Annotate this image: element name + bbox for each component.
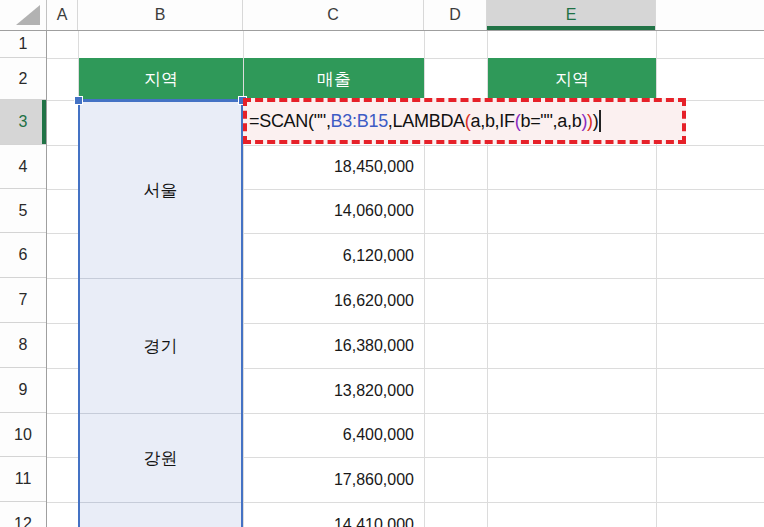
row-header-6[interactable]: 6: [0, 233, 46, 278]
cell-sales[interactable]: 14,060,000: [243, 189, 424, 233]
cell-sales[interactable]: 6,400,000: [243, 413, 424, 457]
row-header-3-label: 3: [19, 113, 28, 131]
column-header-d[interactable]: D: [424, 0, 487, 30]
cell-b2-region-header[interactable]: 지역: [79, 58, 243, 100]
select-all-triangle-icon: [16, 5, 40, 25]
formula-token: ): [593, 111, 599, 132]
select-all-corner[interactable]: [0, 0, 47, 30]
row-header-8[interactable]: 8: [0, 323, 46, 368]
column-header-e-label: E: [566, 6, 577, 24]
row-header-7[interactable]: 7: [0, 278, 46, 323]
row-header-1[interactable]: 1: [0, 31, 46, 58]
cell-region-seoul[interactable]: 서울: [80, 102, 241, 278]
cell-c2-sales-header[interactable]: 매출: [244, 58, 424, 100]
formula-token: b="",a,b: [520, 111, 581, 132]
formula-edit-cell[interactable]: =SCAN("",B3:B15,LAMBDA(a,b,IF(b="",a,b))…: [243, 98, 686, 144]
merged-cell-divider: [80, 502, 241, 503]
row-header-9[interactable]: 9: [0, 368, 46, 413]
active-column-indicator: [487, 26, 655, 30]
cell-region-gangwon[interactable]: 강원: [80, 414, 241, 502]
row-header-4[interactable]: 4: [0, 145, 46, 189]
row-header-band: 1 2 3 4 5 6 7 8 9 10 11 12: [0, 31, 47, 527]
row-header-12[interactable]: 12: [0, 502, 46, 527]
column-header-e[interactable]: E: [487, 0, 656, 30]
formula-token: a,b,IF: [471, 111, 515, 132]
active-row-indicator: [42, 100, 46, 144]
cell-sales[interactable]: 18,450,000: [243, 145, 424, 189]
column-header-c[interactable]: C: [243, 0, 424, 30]
column-header-a[interactable]: A: [47, 0, 78, 30]
formula-token: ,LAMBDA: [388, 111, 465, 132]
formula-token-range-ref: B3:B15: [331, 111, 388, 132]
cell-sales[interactable]: 14,410,000: [243, 502, 424, 527]
cell-sales[interactable]: 16,380,000: [243, 323, 424, 368]
column-header-band: A B C D E: [0, 0, 764, 31]
column-header-b[interactable]: B: [78, 0, 243, 30]
row-header-3[interactable]: 3: [0, 100, 46, 145]
column-header-f[interactable]: [656, 0, 764, 30]
cell-sales[interactable]: 17,860,000: [243, 457, 424, 502]
text-cursor: [599, 110, 601, 132]
cell-region-gyeonggi[interactable]: 경기: [80, 279, 241, 413]
row-header-2[interactable]: 2: [0, 58, 46, 100]
range-handle-top-left[interactable]: [74, 96, 83, 105]
cell-sales[interactable]: 13,820,000: [243, 368, 424, 413]
cell-sales[interactable]: 16,620,000: [243, 278, 424, 323]
row-header-10[interactable]: 10: [0, 413, 46, 457]
excel-spreadsheet: 지역 매출 지역 서울 경기 강원 18,450,000 14,060,000 …: [0, 0, 764, 527]
cell-e2-result-header[interactable]: 지역: [488, 58, 656, 100]
row-header-5[interactable]: 5: [0, 189, 46, 233]
formula-token: =SCAN(: [249, 111, 314, 132]
cell-sales[interactable]: 6,120,000: [243, 233, 424, 278]
formula-token: "",: [314, 111, 331, 132]
row-header-11[interactable]: 11: [0, 457, 46, 502]
